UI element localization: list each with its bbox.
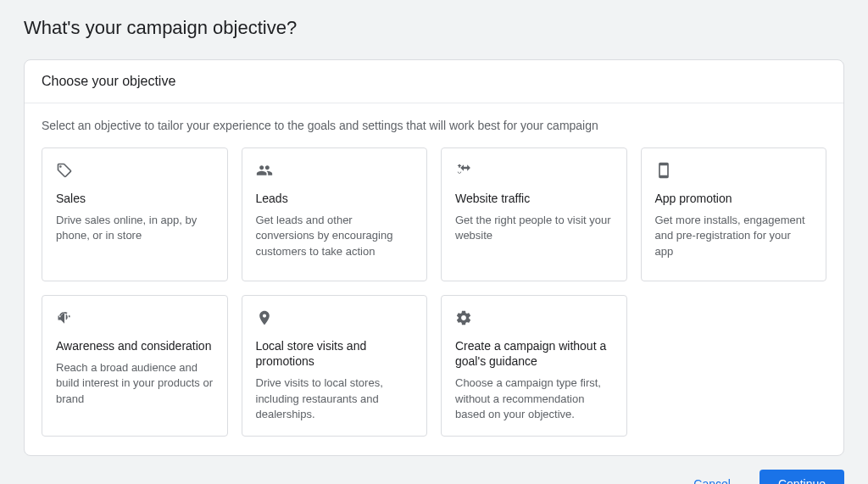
objective-title: App promotion — [655, 191, 813, 206]
objective-desc: Get leads and other conversions by encou… — [256, 213, 414, 259]
smartphone-icon — [655, 162, 813, 179]
gear-icon — [455, 309, 613, 326]
panel-header: Choose your objective — [25, 60, 843, 103]
objective-title: Create a campaign without a goal's guida… — [455, 338, 613, 369]
location-icon — [256, 309, 414, 326]
objective-desc: Get the right people to visit your websi… — [455, 213, 613, 243]
objective-title: Awareness and consideration — [56, 338, 214, 353]
objective-panel: Choose your objective Select an objectiv… — [24, 59, 844, 456]
objective-local-visits[interactable]: Local store visits and promotions Drive … — [242, 295, 428, 437]
panel-subtitle: Select an objective to tailor your exper… — [42, 119, 826, 132]
objective-sales[interactable]: Sales Drive sales online, in app, by pho… — [42, 147, 228, 281]
objective-title: Sales — [56, 191, 214, 206]
page-title: What's your campaign objective? — [24, 17, 844, 39]
objective-website-traffic[interactable]: Website traffic Get the right people to … — [441, 147, 627, 281]
people-icon — [256, 162, 414, 179]
objective-desc: Choose a campaign type first, without a … — [455, 376, 613, 422]
continue-button[interactable]: Continue — [760, 470, 844, 484]
objective-desc: Drive sales online, in app, by phone, or… — [56, 213, 214, 243]
objective-awareness[interactable]: Awareness and consideration Reach a broa… — [42, 295, 228, 437]
objective-title: Leads — [256, 191, 414, 206]
cancel-button[interactable]: Cancel — [675, 470, 749, 484]
objective-desc: Get more installs, engagement and pre-re… — [655, 213, 813, 259]
objectives-grid: Sales Drive sales online, in app, by pho… — [42, 147, 826, 437]
objective-desc: Drive visits to local stores, including … — [256, 376, 414, 422]
objective-app-promotion[interactable]: App promotion Get more installs, engagem… — [641, 147, 827, 281]
objective-desc: Reach a broad audience and build interes… — [56, 360, 214, 407]
click-icon — [455, 162, 613, 179]
tag-icon — [56, 162, 214, 179]
footer-actions: Cancel Continue — [0, 456, 868, 484]
objective-no-goal[interactable]: Create a campaign without a goal's guida… — [441, 295, 627, 437]
campaign-icon — [56, 309, 214, 326]
panel-heading: Choose your objective — [42, 74, 826, 89]
objective-leads[interactable]: Leads Get leads and other conversions by… — [242, 147, 428, 281]
objective-title: Website traffic — [455, 191, 613, 206]
objective-title: Local store visits and promotions — [256, 338, 414, 369]
